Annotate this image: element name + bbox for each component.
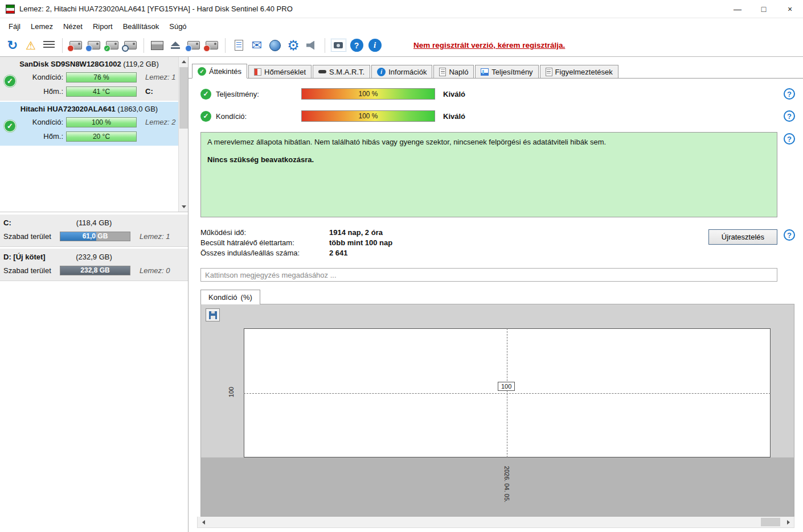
camera-icon: [334, 42, 343, 48]
app-logo-icon: [6, 5, 15, 14]
magnifier-badge-icon: [122, 45, 129, 52]
partition-item-c[interactable]: C: (118,4 GB) Szabad terület 61,0 GB Lem…: [0, 215, 188, 247]
report-options-button[interactable]: [40, 37, 58, 54]
scrollbar-thumb[interactable]: [179, 67, 188, 129]
condition-row: ✓ Kondíció: 100 % Kiváló ?: [200, 109, 795, 123]
chart-hscrollbar[interactable]: [197, 517, 794, 528]
scrollbar-thumb[interactable]: [761, 518, 780, 526]
condition-label: Kondíció:: [19, 118, 66, 126]
send-email-button[interactable]: ✉: [248, 37, 265, 54]
partition-size: (118,4 GB): [76, 218, 112, 227]
help-icon[interactable]: ?: [784, 229, 795, 241]
disk-tools-button[interactable]: [203, 37, 220, 54]
tab-informaciok[interactable]: i Információk: [371, 65, 432, 78]
stat-value: 2 641: [329, 249, 795, 257]
refresh-button[interactable]: ↻: [4, 37, 21, 54]
minimize-button[interactable]: —: [724, 0, 751, 18]
disk-item-sandisk[interactable]: SanDisk SD9SN8W128G1002 (119,2 GB) ✓ Kon…: [0, 57, 178, 101]
save-chart-button[interactable]: [206, 308, 220, 321]
disk-name: Hitachi HUA723020ALA641: [21, 105, 116, 113]
stat-label: Becsült hátralévő élettartam:: [200, 238, 329, 247]
menu-lemez[interactable]: Lemez: [26, 20, 58, 33]
toolbar: ↻ ⚠ ✓ ✉ ⚙ ? i Nem regisztrált verzió, ké…: [0, 34, 803, 57]
window-controls: — □ ×: [724, 0, 803, 18]
stats-row: Működési idő: 1914 nap, 2 óra Becsült há…: [200, 228, 795, 263]
partition-item-d[interactable]: D: [Új kötet] (232,9 GB) Szabad terület …: [0, 249, 188, 281]
window-title: Lemez: 2, Hitachi HUA723020ALA641 [YFG15…: [19, 5, 293, 13]
toolbar-separator: [144, 38, 144, 53]
tab-naplo[interactable]: Napló: [433, 65, 474, 78]
menu-beallitasok[interactable]: Beállítások: [118, 20, 165, 33]
menu-fajl[interactable]: Fájl: [3, 20, 26, 33]
main-panel: ✓ Áttekintés Hőmérséklet S.M.A.R.T. i In…: [189, 57, 803, 532]
condition-label: Kondíció:: [216, 112, 301, 121]
disk-surface-test-button[interactable]: [122, 37, 139, 54]
hdd-icon: [187, 41, 200, 50]
tab-homerseklet[interactable]: Hőmérséklet: [248, 65, 312, 78]
temperature-label: Hőm.:: [19, 132, 66, 141]
partition-size: (232,9 GB): [76, 253, 112, 261]
tab-smart[interactable]: S.M.A.R.T.: [313, 65, 370, 78]
tab-teljesitmeny[interactable]: Teljesítmény: [475, 65, 538, 78]
scroll-right-arrow[interactable]: [782, 517, 794, 527]
clock-badge-icon: [85, 45, 92, 52]
disk-number: Lemez: 1: [139, 73, 178, 81]
thermometer-icon: [254, 68, 261, 76]
smart-icon: [318, 70, 326, 73]
tool-badge-icon: [203, 45, 210, 52]
free-space-bar: 61,0 GB: [60, 232, 130, 241]
menu-sugo[interactable]: Súgó: [164, 20, 191, 33]
menu-riport[interactable]: Riport: [88, 20, 118, 33]
maximize-button[interactable]: □: [751, 0, 777, 18]
chart-subtab-name: Kondíció: [208, 293, 237, 302]
ok-icon: ✓: [200, 111, 211, 122]
menu-nezet[interactable]: Nézet: [58, 20, 88, 33]
comment-input[interactable]: [200, 268, 777, 282]
document-icon: [546, 68, 552, 76]
online-status-button[interactable]: [267, 37, 284, 54]
disk-accept-button[interactable]: ✓: [104, 37, 121, 54]
partition-name: C:: [3, 218, 76, 227]
status-box: A merevlemez állapota hibátlan. Nem talá…: [200, 132, 777, 217]
scroll-down-arrow[interactable]: [179, 202, 189, 212]
help-icon[interactable]: ?: [784, 110, 795, 122]
hardware-device-button[interactable]: [149, 37, 166, 54]
free-space-value: 232,8 GB: [60, 266, 130, 275]
disk-item-hitachi[interactable]: Hitachi HUA723020ALA641 (1863,0 GB) ✓ Ko…: [0, 102, 178, 146]
close-button[interactable]: ×: [777, 0, 803, 18]
report-button[interactable]: [230, 37, 247, 54]
scroll-left-arrow[interactable]: [198, 517, 209, 527]
tab-label: S.M.A.R.T.: [329, 68, 364, 76]
chart-subtab[interactable]: Kondíció (%): [200, 290, 260, 304]
sounds-button[interactable]: [303, 37, 320, 54]
information-button[interactable]: i: [366, 37, 383, 54]
list-lines-icon: [43, 41, 55, 50]
save-icon: [209, 311, 217, 319]
tab-label: Információk: [388, 68, 427, 76]
disk-list-scrollbar[interactable]: [178, 57, 188, 212]
disk-list: SanDisk SD9SN8W128G1002 (119,2 GB) ✓ Kon…: [0, 57, 188, 212]
disk-repair-button[interactable]: [185, 37, 202, 54]
health-ok-icon: ✓: [4, 120, 16, 132]
status-text: A merevlemez állapota hibátlan. Nem talá…: [207, 138, 771, 146]
y-axis-tick-label: 100: [228, 387, 235, 397]
check-icon: ✓: [198, 67, 206, 76]
scroll-up-arrow[interactable]: [179, 57, 189, 67]
disk-remove-button[interactable]: [67, 37, 84, 54]
help-icon[interactable]: ?: [784, 133, 795, 145]
tab-attekintes[interactable]: ✓ Áttekintés: [192, 64, 247, 79]
settings-button[interactable]: ⚙: [285, 37, 302, 54]
screenshot-button[interactable]: [330, 37, 347, 54]
help-button[interactable]: ?: [348, 37, 365, 54]
acknowledge-warning-button[interactable]: ⚠: [22, 37, 39, 54]
disk-schedule-button[interactable]: [85, 37, 103, 54]
tab-figyelmeztetesek[interactable]: Figyelmeztetések: [540, 65, 618, 78]
envelope-icon: ✉: [252, 39, 262, 52]
chart-lower-band: [201, 457, 794, 516]
health-ok-icon: ✓: [4, 75, 16, 87]
help-icon[interactable]: ?: [784, 88, 795, 100]
eject-button[interactable]: [167, 37, 184, 54]
retest-button[interactable]: Újratesztelés: [708, 229, 777, 245]
eject-icon: [171, 42, 180, 49]
register-link[interactable]: Nem regisztrált verzió, kérem regisztrál…: [413, 41, 565, 50]
